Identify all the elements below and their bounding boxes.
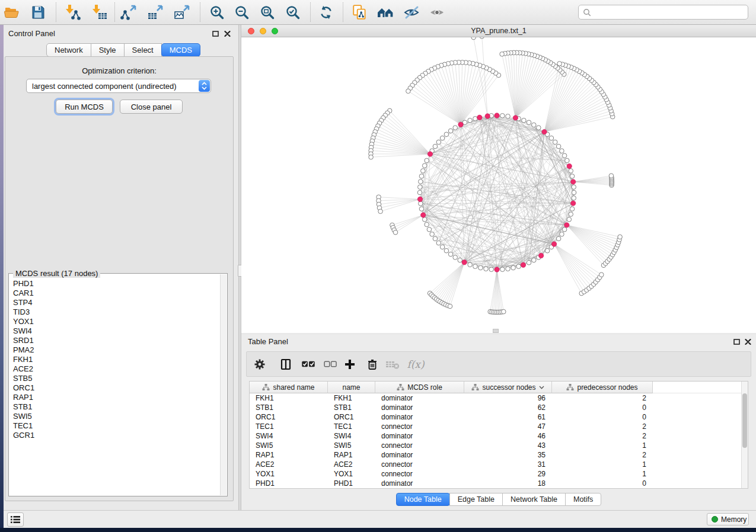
mcds-result-item[interactable]: ACE2 — [13, 364, 219, 374]
delete-row-button[interactable] — [362, 352, 382, 376]
zoom-selected-button[interactable] — [283, 3, 303, 22]
close-panel-button[interactable]: Close panel — [120, 100, 183, 114]
table-scrollbar-thumb[interactable] — [742, 393, 747, 448]
optimization-select[interactable]: largest connected component (undirected) — [26, 79, 211, 93]
mcds-hub-node[interactable] — [428, 152, 432, 156]
mcds-result-item[interactable]: SWI4 — [13, 326, 219, 336]
mcds-hub-node[interactable] — [417, 197, 422, 201]
mcds-result-item[interactable]: STP4 — [13, 298, 219, 307]
search-box[interactable] — [578, 5, 748, 20]
network-node[interactable] — [468, 118, 473, 123]
network-node[interactable] — [560, 149, 564, 153]
network-node[interactable] — [618, 235, 623, 239]
mcds-hub-node[interactable] — [458, 122, 463, 127]
network-node[interactable] — [553, 140, 557, 145]
mcds-result-item[interactable]: SRD1 — [13, 336, 219, 345]
network-node[interactable] — [599, 273, 604, 277]
network-node[interactable] — [378, 209, 383, 214]
mcds-result-item[interactable]: YOX1 — [13, 317, 219, 326]
mcds-result-item[interactable]: ORC1 — [13, 383, 219, 393]
network-node[interactable] — [516, 264, 521, 269]
network-node[interactable] — [562, 153, 567, 158]
network-node[interactable] — [556, 236, 561, 241]
tab-mcds[interactable]: MCDS — [161, 43, 200, 57]
mcds-hub-node[interactable] — [521, 262, 525, 267]
show-all-button[interactable] — [427, 3, 447, 22]
network-node[interactable] — [527, 261, 531, 265]
network-node[interactable] — [418, 185, 423, 190]
network-node[interactable] — [500, 52, 505, 57]
network-node[interactable] — [562, 227, 567, 232]
tab-style[interactable]: Style — [91, 43, 125, 57]
mcds-result-item[interactable]: GCR1 — [13, 431, 219, 440]
network-titlebar[interactable]: YPA_prune.txt_1 — [241, 25, 756, 37]
float-table-panel-icon[interactable] — [732, 338, 741, 345]
network-node[interactable] — [506, 114, 511, 119]
network-node[interactable] — [419, 207, 424, 211]
mcds-hub-node[interactable] — [571, 180, 576, 184]
network-node[interactable] — [527, 120, 531, 125]
mcds-result-item[interactable]: TID3 — [13, 307, 219, 317]
mcds-hub-node[interactable] — [421, 213, 426, 217]
open-file-button[interactable] — [2, 3, 22, 22]
network-node[interactable] — [440, 245, 445, 249]
clone-network-button[interactable] — [350, 3, 370, 22]
column-header-MCDS-role[interactable]: MCDS role — [375, 382, 464, 393]
network-graph[interactable] — [241, 37, 756, 333]
network-node[interactable] — [572, 185, 576, 190]
add-row-button[interactable] — [340, 352, 360, 376]
mcds-result-item[interactable]: FKH1 — [13, 355, 219, 364]
tab-edge-table[interactable]: Edge Table — [449, 493, 503, 506]
network-canvas[interactable] — [241, 37, 756, 333]
mcds-hub-node[interactable] — [538, 253, 543, 258]
network-node[interactable] — [484, 267, 489, 271]
horizontal-splitter-handle[interactable] — [493, 329, 499, 333]
save-session-button[interactable] — [28, 3, 48, 22]
deselect-all-button[interactable] — [320, 352, 340, 376]
mcds-hub-node[interactable] — [477, 115, 482, 120]
network-node[interactable] — [569, 169, 573, 174]
network-node[interactable] — [433, 144, 438, 149]
mcds-hub-node[interactable] — [542, 129, 547, 134]
network-node[interactable] — [609, 174, 614, 178]
network-node[interactable] — [425, 222, 429, 227]
network-node[interactable] — [479, 265, 483, 270]
tab-select[interactable]: Select — [124, 43, 162, 57]
network-node[interactable] — [406, 89, 411, 94]
network-node[interactable] — [502, 309, 506, 314]
network-node[interactable] — [419, 201, 423, 206]
network-node[interactable] — [436, 241, 441, 245]
mcds-result-item[interactable]: SWI5 — [13, 412, 219, 421]
network-node[interactable] — [522, 118, 527, 123]
mcds-result-item[interactable]: PMA2 — [13, 345, 219, 355]
mcds-hub-node[interactable] — [567, 164, 572, 168]
network-node[interactable] — [511, 265, 516, 270]
column-header-predecessor-nodes[interactable]: predecessor nodes — [552, 382, 653, 393]
network-node[interactable] — [425, 158, 429, 163]
export-table-button[interactable] — [146, 3, 166, 22]
hide-selected-button[interactable] — [401, 3, 422, 22]
zoom-in-button[interactable] — [207, 3, 227, 22]
mcds-result-item[interactable]: STB1 — [13, 402, 219, 412]
memory-button[interactable]: Memory — [707, 513, 749, 525]
network-node[interactable] — [421, 169, 426, 174]
network-node[interactable] — [569, 212, 573, 217]
mcds-result-item[interactable]: RAP1 — [13, 393, 219, 402]
mcds-hub-node[interactable] — [551, 242, 556, 246]
network-node[interactable] — [444, 248, 449, 253]
mcds-result-item[interactable]: STB5 — [13, 374, 219, 383]
tab-network[interactable]: Network — [46, 43, 91, 57]
network-node[interactable] — [500, 267, 505, 272]
network-node[interactable] — [567, 217, 572, 222]
refresh-button[interactable] — [316, 3, 336, 22]
network-node[interactable] — [422, 217, 427, 222]
table-options-button[interactable] — [250, 352, 270, 376]
tab-motifs[interactable]: Motifs — [565, 493, 601, 506]
network-node[interactable] — [545, 248, 550, 253]
apply-function-button[interactable]: f(x) — [406, 352, 426, 376]
network-node[interactable] — [572, 190, 576, 195]
network-node[interactable] — [560, 232, 564, 237]
table-row[interactable]: ORC1ORC1dominator610 — [250, 412, 748, 422]
result-scrollbar[interactable] — [220, 274, 227, 495]
table-row[interactable]: FKH1FKH1dominator962 — [250, 393, 748, 403]
